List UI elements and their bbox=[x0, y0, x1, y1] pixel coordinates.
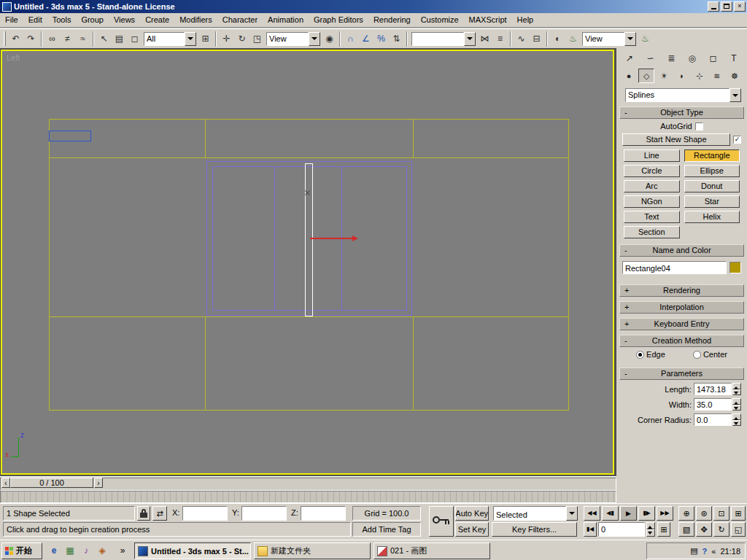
previous-frame-button[interactable]: ◀▮ bbox=[602, 506, 619, 521]
task-folder[interactable]: 新建文件夹 bbox=[254, 542, 371, 559]
quick-launch-media-icon[interactable]: ♪ bbox=[79, 542, 93, 559]
window-crossing-icon[interactable]: ⊞ bbox=[198, 31, 213, 47]
key-filters-button[interactable]: Key Filters... bbox=[492, 522, 577, 537]
dropdown-arrow-icon[interactable] bbox=[464, 32, 476, 46]
go-to-start-button[interactable]: ◀◀ bbox=[584, 506, 600, 521]
edge-radio[interactable] bbox=[636, 351, 644, 359]
menu-edit[interactable]: Edit bbox=[23, 13, 47, 27]
category-geometry-icon[interactable]: ● bbox=[621, 69, 637, 83]
edge-radio-option[interactable]: Edge bbox=[636, 350, 665, 359]
length-input[interactable]: 1473.18 bbox=[694, 383, 732, 395]
task-paint[interactable]: 021 - 画图 bbox=[374, 542, 490, 559]
arc-rotate-icon[interactable]: ↻ bbox=[713, 522, 729, 537]
play-button[interactable]: ▶ bbox=[620, 506, 637, 521]
angle-snap-icon[interactable]: ∠ bbox=[358, 31, 374, 47]
bind-to-space-warp-icon[interactable]: ≈ bbox=[75, 31, 90, 47]
dropdown-arrow-icon[interactable] bbox=[729, 88, 741, 102]
time-slider-prev-button[interactable]: ‹ bbox=[1, 478, 10, 488]
rollout-keyboard-entry[interactable]: + Keyboard Entry bbox=[619, 318, 744, 330]
viewport-label[interactable]: Left bbox=[7, 53, 20, 62]
ime-tray-icon[interactable]: ▤ bbox=[690, 546, 697, 556]
corner-radius-spinner[interactable] bbox=[732, 413, 741, 426]
menu-maxscript[interactable]: MAXScript bbox=[464, 13, 512, 27]
percent-snap-icon[interactable]: % bbox=[374, 31, 389, 47]
dropdown-arrow-icon[interactable] bbox=[566, 506, 578, 521]
time-slider-next-button[interactable]: › bbox=[94, 478, 103, 488]
star-button[interactable]: Star bbox=[684, 195, 740, 208]
toolbar-grip[interactable] bbox=[4, 31, 6, 46]
dropdown-arrow-icon[interactable] bbox=[185, 32, 196, 46]
selection-filter-value[interactable]: All bbox=[144, 32, 185, 46]
select-and-link-icon[interactable]: ∞ bbox=[44, 31, 60, 47]
zoom-extents-icon[interactable]: ⊡ bbox=[713, 506, 729, 521]
corner-radius-input[interactable]: 0.0 bbox=[694, 413, 732, 426]
previous-key-button[interactable]: ▮◀ bbox=[584, 522, 597, 537]
select-and-scale-icon[interactable]: ◳ bbox=[249, 31, 265, 47]
key-mode-value[interactable]: Selected bbox=[493, 506, 566, 521]
menu-rendering[interactable]: Rendering bbox=[368, 13, 416, 27]
center-radio-option[interactable]: Center bbox=[693, 350, 727, 359]
align-icon[interactable]: ≡ bbox=[492, 31, 508, 47]
schematic-view-icon[interactable]: ⊟ bbox=[529, 31, 544, 47]
section-button[interactable]: Section bbox=[624, 226, 680, 238]
task-3dsmax[interactable]: Untitled - 3ds max 5 - St... bbox=[134, 542, 251, 559]
menu-graph-editors[interactable]: Graph Editors bbox=[309, 13, 368, 27]
width-spinner[interactable] bbox=[732, 398, 741, 411]
unlink-selection-icon[interactable]: ≠ bbox=[60, 31, 75, 47]
category-systems-icon[interactable]: ☸ bbox=[727, 69, 743, 83]
redo-button[interactable]: ↷ bbox=[23, 31, 39, 47]
rollout-name-and-color[interactable]: - Name and Color bbox=[619, 244, 744, 257]
track-view-icon[interactable]: ∿ bbox=[514, 31, 529, 47]
mirror-icon[interactable]: ⋈ bbox=[477, 31, 492, 47]
zoom-all-icon[interactable]: ⊛ bbox=[696, 506, 712, 521]
select-and-rotate-icon[interactable]: ↻ bbox=[234, 31, 249, 47]
rollout-creation-method[interactable]: - Creation Method bbox=[619, 335, 744, 347]
helix-button[interactable]: Helix bbox=[684, 211, 740, 223]
render-type-dropdown[interactable]: View bbox=[582, 32, 636, 46]
rollout-rendering[interactable]: + Rendering bbox=[619, 284, 744, 297]
text-button[interactable]: Text bbox=[624, 211, 680, 223]
reference-coordinate-dropdown[interactable]: View bbox=[266, 32, 320, 46]
menu-animation[interactable]: Animation bbox=[263, 13, 309, 27]
category-cameras-icon[interactable]: ◗ bbox=[673, 69, 689, 83]
snap-toggle-icon[interactable]: ∩ bbox=[343, 31, 358, 47]
current-frame-field[interactable]: 0 bbox=[598, 522, 645, 537]
rectangle-button[interactable]: Rectangle bbox=[684, 149, 740, 162]
shape-category-value[interactable]: Splines bbox=[625, 88, 729, 102]
region-zoom-icon[interactable]: ▧ bbox=[678, 522, 694, 537]
min-max-toggle-icon[interactable]: ◱ bbox=[731, 522, 746, 537]
scene-line-vertical[interactable] bbox=[205, 119, 206, 158]
category-shapes-icon[interactable]: ◇ bbox=[638, 69, 654, 83]
menu-customize[interactable]: Customize bbox=[416, 13, 464, 27]
dropdown-arrow-icon[interactable] bbox=[309, 32, 320, 46]
selected-rectangle04[interactable] bbox=[305, 163, 313, 316]
tab-create-icon[interactable]: ↗ bbox=[621, 50, 638, 66]
donut-button[interactable]: Donut bbox=[684, 180, 740, 192]
selection-lock-button[interactable] bbox=[137, 506, 150, 521]
tab-utilities-icon[interactable]: T bbox=[725, 50, 743, 66]
line-button[interactable]: Line bbox=[624, 149, 680, 162]
scene-line-horizontal-bottom[interactable] bbox=[49, 316, 569, 317]
center-radio[interactable] bbox=[693, 351, 701, 359]
absolute-offset-mode-button[interactable]: ⇄ bbox=[152, 506, 167, 521]
scene-line-vertical[interactable] bbox=[205, 316, 206, 411]
quick-render-icon[interactable]: ♨ bbox=[638, 31, 653, 47]
width-input[interactable]: 35.0 bbox=[694, 398, 732, 411]
help-tray-icon[interactable]: ? bbox=[703, 547, 708, 556]
set-key-button[interactable]: Set Key bbox=[455, 522, 489, 537]
key-mode-dropdown[interactable]: Selected bbox=[493, 506, 578, 521]
render-scene-icon[interactable]: ♨ bbox=[565, 31, 581, 47]
category-lights-icon[interactable]: ☀ bbox=[656, 69, 672, 83]
key-mode-toggle-icon[interactable]: ⊞ bbox=[657, 522, 670, 537]
autogrid-checkbox[interactable] bbox=[695, 122, 703, 131]
ellipse-button[interactable]: Ellipse bbox=[684, 165, 740, 177]
z-coordinate-field[interactable] bbox=[301, 506, 346, 521]
pan-icon[interactable]: ✥ bbox=[696, 522, 712, 537]
object-color-swatch[interactable] bbox=[729, 262, 741, 273]
close-button[interactable]: × bbox=[734, 1, 746, 12]
minimize-button[interactable] bbox=[708, 1, 719, 12]
selection-region-icon[interactable]: ◻ bbox=[127, 31, 142, 47]
use-pivot-center-icon[interactable]: ◉ bbox=[322, 31, 337, 47]
undo-button[interactable]: ↶ bbox=[8, 31, 23, 47]
scene-line-vertical[interactable] bbox=[413, 119, 414, 158]
